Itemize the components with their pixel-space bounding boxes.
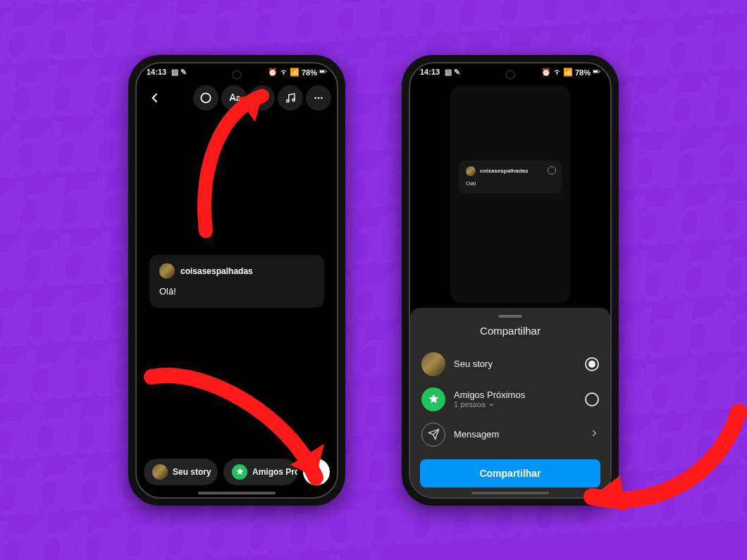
option-subtitle[interactable]: 1 pessoa — [454, 400, 576, 409]
back-button[interactable] — [142, 85, 168, 111]
svg-rect-12 — [593, 70, 598, 73]
status-alarm-icon: ⏰ — [268, 68, 278, 77]
svg-point-5 — [264, 96, 265, 97]
chevron-down-icon — [488, 402, 495, 408]
share-button[interactable]: Compartilhar — [420, 459, 600, 487]
status-signal-icon: 📶 — [563, 68, 573, 77]
send-icon — [421, 423, 445, 447]
status-battery-text: 78% — [302, 68, 317, 77]
radio-selected-icon[interactable] — [585, 357, 599, 371]
story-preview-area: coisasespalhadas Olá! — [410, 82, 610, 308]
draw-tool-button[interactable] — [193, 85, 218, 111]
radio-unselected-icon[interactable] — [585, 392, 599, 406]
svg-point-8 — [314, 97, 316, 99]
avatar-icon — [421, 352, 445, 376]
svg-rect-13 — [600, 71, 600, 73]
your-story-label: Seu story — [173, 467, 211, 477]
option-label: Amigos Próximos — [454, 390, 576, 400]
avatar-icon — [152, 464, 168, 480]
chevron-right-icon — [589, 428, 599, 441]
sheet-handle[interactable] — [498, 315, 522, 318]
clip-icon — [548, 166, 556, 175]
home-indicator[interactable] — [471, 492, 549, 494]
front-camera — [232, 70, 242, 80]
svg-point-9 — [318, 97, 320, 99]
phone-left: 14:13 ▧ ✎ ⏰ 📶 78% — [128, 55, 345, 506]
status-wifi-icon — [553, 68, 561, 77]
status-alarm-icon: ⏰ — [541, 68, 551, 77]
note-sticker[interactable]: coisasespalhadas Olá! — [149, 254, 324, 307]
status-battery-icon — [593, 68, 600, 77]
svg-point-6 — [287, 99, 289, 101]
svg-rect-2 — [326, 71, 327, 73]
status-app-icons: ▧ ✎ — [445, 68, 460, 76]
share-button-label: Compartilhar — [479, 468, 541, 479]
share-sheet: Compartilhar Seu story Amigos P — [410, 308, 610, 497]
close-friends-icon — [421, 387, 445, 411]
your-story-pill[interactable]: Seu story — [144, 459, 218, 485]
option-message[interactable]: Mensagem — [420, 417, 600, 452]
music-tool-button[interactable] — [278, 85, 303, 111]
status-battery-icon — [319, 68, 327, 77]
svg-rect-1 — [320, 70, 324, 73]
note-avatar — [466, 166, 476, 176]
note-username: coisasespalhadas — [480, 168, 528, 174]
front-camera — [505, 70, 515, 80]
status-wifi-icon — [280, 68, 288, 77]
editor-toolbar — [137, 82, 337, 114]
status-battery-text: 78% — [575, 68, 591, 77]
close-friends-pill[interactable]: Amigos Pró... — [223, 459, 297, 485]
status-signal-icon: 📶 — [290, 68, 300, 77]
story-preview[interactable]: coisasespalhadas Olá! — [450, 86, 570, 303]
note-text: Olá! — [159, 285, 314, 296]
option-close-friends[interactable]: Amigos Próximos 1 pessoa — [420, 382, 600, 417]
option-label: Seu story — [454, 359, 576, 369]
sticker-tool-button[interactable] — [249, 85, 275, 111]
editor-bottom-row: Seu story Amigos Pró... — [137, 454, 337, 497]
note-avatar — [159, 263, 175, 278]
option-your-story[interactable]: Seu story — [420, 347, 600, 382]
close-friends-icon — [232, 464, 247, 480]
svg-point-3 — [201, 93, 210, 102]
close-friends-label: Amigos Pró... — [252, 467, 297, 477]
svg-point-10 — [321, 97, 323, 99]
status-time: 14:13 — [420, 68, 440, 76]
more-tools-button[interactable] — [306, 85, 331, 111]
text-tool-button[interactable] — [221, 85, 247, 111]
status-time: 14:13 — [147, 68, 166, 76]
sheet-title: Compartilhar — [420, 325, 600, 337]
phone-right: 14:13 ▧ ✎ ⏰ 📶 78% — [402, 55, 619, 506]
note-username: coisasespalhadas — [180, 266, 253, 275]
next-button[interactable] — [303, 459, 330, 485]
home-indicator[interactable] — [198, 492, 276, 494]
svg-point-4 — [260, 96, 261, 97]
status-app-icons: ▧ ✎ — [171, 68, 187, 76]
story-canvas[interactable]: coisasespalhadas Olá! — [137, 114, 337, 454]
note-text: Olá! — [466, 180, 555, 187]
note-sticker-preview: coisasespalhadas Olá! — [459, 161, 562, 194]
option-label: Mensagem — [454, 429, 581, 440]
svg-point-7 — [292, 99, 295, 101]
